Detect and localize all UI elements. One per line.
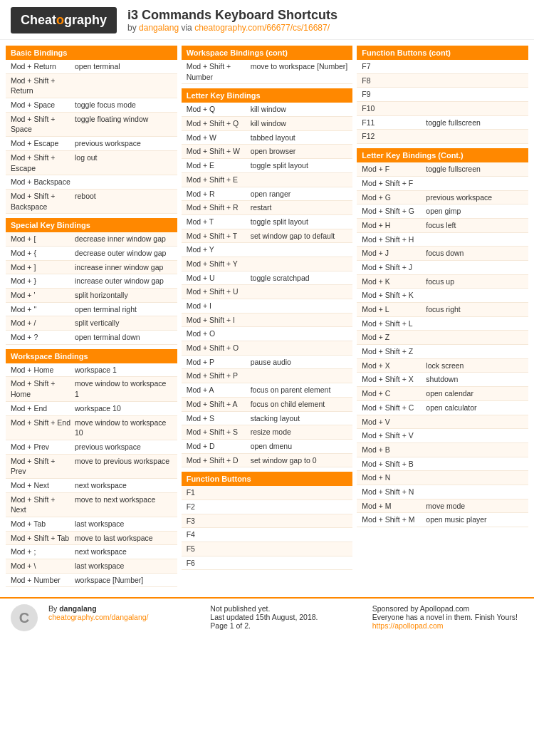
table-row: Mod + Shift + Tabmove to last workspace [6, 532, 177, 546]
table-row: Mod + Ttoggle split layout [182, 215, 353, 229]
table-row: Mod + Returnopen terminal [6, 60, 177, 74]
main-content: Basic Bindings Mod + Returnopen terminal… [0, 40, 534, 593]
table-row: Mod + /split vertically [6, 316, 177, 331]
table-row: Mod + Escapeprevious workspace [6, 137, 177, 151]
table-row: Mod + Shift + L [357, 317, 528, 331]
table-row: Mod + Shift + Escapelog out [6, 151, 177, 175]
table-row: Mod + Numberworkspace [Number] [6, 574, 177, 588]
table-row: Mod + {decrease outer window gap [6, 247, 177, 261]
table-row: Mod + 'split horizontally [6, 289, 177, 303]
table-row: Mod + Shift + K [357, 289, 528, 303]
footer: C By dangalang cheatography.com/dangalan… [0, 597, 534, 637]
table-row: Mod + Nextnext workspace [6, 479, 177, 493]
table-row: F3 [182, 514, 353, 529]
table-row: Mod + Shift + F [357, 177, 528, 191]
section-workspace-bindings: Workspace Bindings [6, 349, 177, 363]
table-row: Mod + Shift + Rrestart [182, 201, 353, 215]
table-row: Mod + Shift + Dset window gap to 0 [182, 454, 353, 468]
table-row: F2 [182, 500, 353, 514]
table-row: Mod + Shift + Return [6, 74, 177, 98]
table-row: Mod + Jfocus down [357, 247, 528, 261]
table-row: Mod + Shift + Z [357, 345, 528, 359]
table-row: Mod + Shift + I [182, 314, 353, 328]
footer-col-3: Sponsored by Apollopad.com Everyone has … [372, 604, 523, 630]
table-row: Mod + Z [357, 331, 528, 345]
table-row: Mod + Afocus on parent element [182, 383, 353, 398]
table-row: F4 [182, 528, 353, 542]
table-row: Mod + Shift + B [357, 457, 528, 472]
column-3: Function Buttons (cont) F7 F8 F9 F10 F11… [357, 46, 528, 527]
footer-col-2: Not published yet. Last updated 15th Aug… [210, 604, 361, 630]
table-row: Mod + Sstacking layout [182, 412, 353, 426]
footer-sponsor-desc: Everyone has a novel in them. Finish You… [372, 613, 518, 621]
table-row: Mod + Backspace [6, 175, 177, 190]
footer-sponsor-label: Sponsored by Apollopad.com [372, 604, 470, 613]
table-row: Mod + \last workspace [6, 559, 177, 574]
page-title: i3 Commands Keyboard Shortcuts [127, 8, 337, 23]
logo: Cheatography [11, 7, 117, 33]
table-row: Mod + Shift + Gopen gimp [357, 204, 528, 219]
footer-published: Not published yet. [210, 604, 270, 613]
table-row: Mod + Shift + E [182, 173, 353, 187]
table-row: Mod + Wtabbed layout [182, 131, 353, 145]
section-workspace-bindings-cont: Workspace Bindings (cont) [182, 46, 353, 60]
table-row: Mod + Prevprevious workspace [6, 440, 177, 455]
table-row: Mod + Shift + Copen calculator [357, 401, 528, 415]
table-row: F1 [182, 486, 353, 500]
table-row: Mod + Shift + Mopen music player [357, 513, 528, 527]
section-function-buttons: Function Buttons [182, 472, 353, 486]
table-row: Mod + ?open terminal down [6, 331, 177, 345]
table-row: F7 [357, 60, 528, 74]
table-row: F8 [357, 74, 528, 88]
table-row: Mod + Xlock screen [357, 359, 528, 373]
footer-logo: C [11, 604, 38, 631]
footer-updated: Last updated 15th August, 2018. [210, 613, 318, 621]
table-row: Mod + Tablast workspace [6, 517, 177, 532]
table-row: Mod + O [182, 327, 353, 341]
section-letter-key-bindings-cont: Letter Key Bindings (Cont.) [357, 148, 528, 162]
table-row: Mod + Y [182, 243, 353, 257]
column-2: Workspace Bindings (cont) Mod + Shift + … [182, 46, 353, 570]
table-row: Mod + Shift + Prevmove to previous works… [6, 455, 177, 479]
section-letter-key-bindings: Letter Key Bindings [182, 88, 353, 103]
table-row: Mod + Shift + N [357, 485, 528, 499]
section-function-buttons-cont: Function Buttons (cont) [357, 46, 528, 60]
table-row: Mod + Copen calendar [357, 387, 528, 401]
footer-author: dangalang [59, 604, 97, 613]
table-row: Mod + }increase outer window gap [6, 274, 177, 289]
table-row: Mod + I [182, 299, 353, 314]
footer-sponsor-link[interactable]: https://apollopad.com [372, 621, 444, 630]
table-row: Mod + Ropen ranger [182, 187, 353, 202]
table-row: Mod + ;next workspace [6, 545, 177, 559]
table-row: F10 [357, 102, 528, 116]
table-row: Mod + Gprevious workspace [357, 191, 528, 205]
table-row: Mod + N [357, 471, 528, 485]
table-row: F11toggle fullscreen [357, 116, 528, 130]
table-row: Mod + Qkill window [182, 103, 353, 117]
table-row: Mod + Shift + P [182, 369, 353, 383]
column-1: Basic Bindings Mod + Returnopen terminal… [6, 46, 177, 587]
footer-by-label: By [48, 604, 59, 613]
table-row: Mod + Shift + V [357, 429, 528, 443]
table-row: F6 [182, 556, 353, 571]
table-row: Mod + Spacetoggle focus mode [6, 98, 177, 113]
author-link[interactable]: dangalang [139, 23, 179, 33]
table-row: Mod + Shift + Nextmove to next workspace [6, 493, 177, 517]
table-row: Mod + Shift + O [182, 341, 353, 356]
table-row: Mod + Homeworkspace 1 [6, 363, 177, 378]
table-row: Mod + Shift + Y [182, 257, 353, 271]
table-row: Mod + B [357, 443, 528, 457]
header: Cheatography i3 Commands Keyboard Shortc… [0, 0, 534, 40]
table-row: Mod + Shift + Tset window gap to default [182, 229, 353, 244]
cheatography-link[interactable]: cheatography.com/66677/cs/16687/ [194, 23, 330, 33]
table-row: Mod + Shift + Spacetoggle floating windo… [6, 113, 177, 137]
footer-col-1: By dangalang cheatography.com/dangalang/ [48, 604, 199, 621]
table-row: Mod + Kfocus up [357, 275, 528, 289]
footer-author-link[interactable]: cheatography.com/dangalang/ [48, 613, 149, 621]
table-row: Mod + Shift + Endmove window to workspac… [6, 416, 177, 440]
section-special-key-bindings: Special Key Bindings [6, 218, 177, 232]
table-row: Mod + Shift + Numbermove to workspace [N… [182, 60, 353, 84]
table-row: F5 [182, 542, 353, 556]
table-row: Mod + Lfocus right [357, 303, 528, 317]
table-row: Mod + Dopen dmenu [182, 440, 353, 454]
